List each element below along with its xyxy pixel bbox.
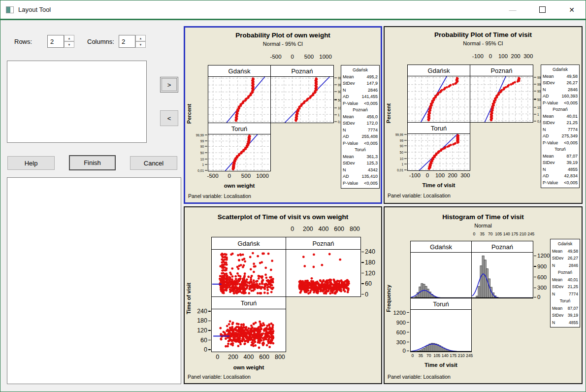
rows-spin-down-icon[interactable]: ▼ [64,41,74,48]
top-x-axis: 0200400600800 [286,226,361,236]
rows-input[interactable] [47,35,64,48]
columns-spin-up-icon[interactable]: ▲ [135,35,146,41]
tick-label: 1 [192,163,207,166]
tick-label: 99,99 [192,133,207,137]
tick-label: 99,99 [391,133,407,136]
layout-preview-area[interactable] [7,177,181,384]
tick-label: 210 [458,353,465,358]
legend-stat-row: Mean49,58 [543,73,578,80]
panel-canvas [208,76,271,123]
legend-stat-row: StDev26,27 [543,80,578,87]
panel-header: Poznań [471,241,533,253]
tick-label: 120 [361,270,375,277]
tick-mark [407,322,409,323]
legend-stat-row: N7774 [343,127,378,134]
plot-probability-own-weight[interactable]: Probability Plot of own weight Normal - … [184,26,382,204]
move-left-button[interactable]: < [160,110,178,126]
legend-stat-row: Mean40,01 [543,113,578,120]
top-x-axis: 03570105140175210245 [472,231,533,241]
legend-stat-row: AD275,349 [543,133,578,140]
tick-mark [534,107,536,107]
tick-label: -500 [270,54,282,60]
rows-spinner: ▲ ▼ [64,35,74,48]
tick-mark [205,152,207,153]
tick-label: 400 [319,226,329,232]
tick-mark [208,330,211,330]
tick-mark [361,294,364,294]
plot-title: Probability Plot of own weight [185,32,381,39]
tick-label: 10 [391,157,407,160]
close-button[interactable]: ✕ [563,3,580,16]
panel-plot-svg [408,76,470,122]
left-y-axis: 240180120600 [190,309,211,352]
plot-subtitle: Normal [385,223,582,229]
panel-grid: Gdańsk Poznań Toruń [211,237,361,352]
panel-header: Gdańsk [407,65,470,76]
legend-stat-row: AD255,408 [343,133,378,140]
plot-histogram-time-of-visit[interactable]: Histogram of Time of visit Normal Freque… [384,206,583,384]
panel-plot-svg [472,253,533,298]
tick-label: 0 [291,226,294,232]
panel-variable-note: Panel variable: Localisation [388,193,451,198]
tick-label: 0 [426,172,429,178]
legend-stat-row: StDev39,19 [543,160,578,166]
tick-mark [534,266,536,266]
maximize-button[interactable] [534,3,551,16]
plot-probability-time-of-visit[interactable]: Probability Plot of Time of visit Normal… [384,26,583,204]
tick-label: 105 [433,353,440,358]
legend-stat-row: Mean495,2 [343,74,378,81]
tick-label: 60 [190,337,211,344]
panel-header: Toruń [410,298,472,310]
tick-label: 0 [489,53,492,59]
legend-stat-row: P-Value<0,005 [343,180,378,187]
legend-stat-row: StDev147,9 [343,80,378,87]
panel-header: Poznań [470,65,533,76]
finish-button[interactable]: Finish [69,155,116,170]
tick-label: 10 [192,157,207,161]
tick-label: 0 [216,354,219,360]
legend-city-name: Gdańsk [343,67,378,74]
x-axis-title: own weight [208,183,271,189]
plot-scatter-time-vs-weight[interactable]: Scatterplot of Time of visit vs own weig… [184,206,382,384]
help-button[interactable]: Help [7,156,55,170]
tick-mark [361,252,364,252]
legend-stat-row: N2846 [343,87,378,94]
tick-label: 175 [511,231,518,236]
y-axis-title: Percent [185,87,193,141]
panel-header: Toruń [407,122,470,134]
tick-label: 99 [534,83,541,86]
columns-spin-down-icon[interactable]: ▼ [135,41,146,48]
tick-label: 200 [228,354,238,360]
tick-mark [334,77,337,78]
tick-label: 60 [361,280,372,287]
minimize-button[interactable]: — [504,3,521,16]
panel-canvas [410,252,472,298]
tick-label: 180 [190,317,211,324]
cancel-button[interactable]: Cancel [130,156,177,170]
panel-header: Gdańsk [211,237,286,250]
panel-grid: Gdańsk Poznań Toruń [208,65,334,171]
columns-input[interactable] [119,35,135,48]
legend-stat-row: Mean87,07 [552,305,578,312]
panel-variable-note: Panel variable: Localisation [188,374,251,380]
left-y-axis: 99,999990501010,01 [391,133,407,171]
left-y-axis: 99,999990501010,01 [192,134,207,171]
tick-label: 35 [419,353,423,358]
tick-mark [334,92,337,92]
right-y-axis: 12009006003000 [534,252,550,298]
legend-stat-row: Mean456,0 [343,114,378,121]
graph-list[interactable] [7,61,147,143]
tick-mark [407,351,409,351]
tick-mark [361,273,364,273]
panel-grid: Gdańsk Poznań Toruń [407,65,533,171]
legend-stat-row: N2846 [552,262,578,269]
tick-label: 140 [442,353,449,358]
move-right-button[interactable]: > [160,77,178,93]
panel-canvas [270,76,334,123]
tick-mark [534,77,536,77]
tick-label: 90 [534,90,541,93]
legend-stat-row: N2846 [543,87,578,94]
rows-spin-up-icon[interactable]: ▲ [64,35,74,41]
legend-city-name: Poznań [552,269,578,276]
tick-label: 180 [361,259,375,266]
